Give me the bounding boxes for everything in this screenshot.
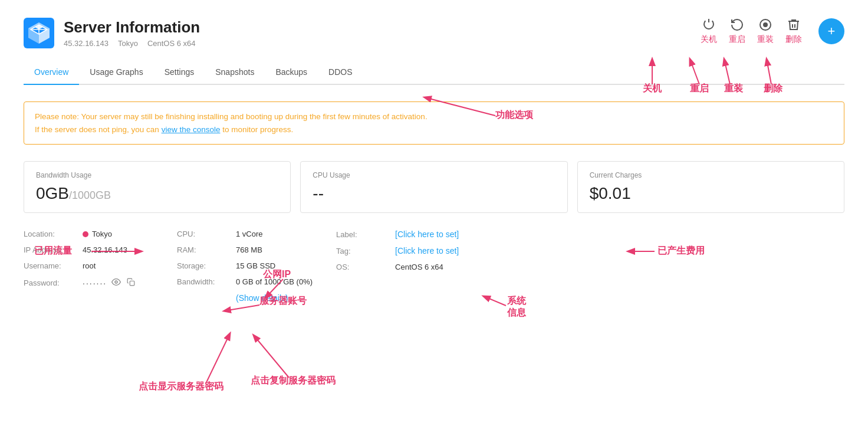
info-username-row: Username: root [24, 261, 153, 270]
show-details-link[interactable]: (Show details) [236, 293, 288, 303]
trash-icon [787, 18, 801, 32]
location-dot-icon [83, 231, 88, 237]
os-value: CentOS 6 x64 [395, 263, 443, 271]
charges-stat-value: $0.01 [590, 184, 832, 203]
shutdown-label: 关机 [701, 34, 717, 45]
server-title-block: Server Information 45.32.16.143 Tokyo Ce… [64, 18, 200, 48]
tab-overview[interactable]: Overview [24, 60, 79, 85]
copy-password-button[interactable] [126, 278, 136, 288]
tab-settings[interactable]: Settings [154, 60, 205, 85]
info-label-row: Label: [Click here to set] [336, 230, 466, 239]
restart-label: 重启 [729, 34, 745, 45]
show-password-button[interactable] [110, 277, 122, 289]
info-os-row: OS: CentOS 6 x64 [336, 263, 466, 271]
restart-icon [730, 18, 744, 32]
tab-usage-graphs[interactable]: Usage Graphs [79, 60, 153, 85]
show-password-annotation-label: 点击显示服务器密码 [139, 381, 223, 391]
bandwidth-stat-card: Bandwidth Usage 0GB/1000GB [24, 161, 291, 213]
reinstall-icon [758, 18, 772, 32]
ram-key: RAM: [177, 245, 236, 254]
reinstall-button[interactable] [758, 18, 772, 32]
notice-text-1: Please note: Your server may still be fi… [35, 112, 428, 121]
ip-value: 45.32.16.143 [83, 245, 127, 254]
shutdown-button[interactable] [702, 18, 716, 32]
tab-ddos[interactable]: DDOS [318, 60, 363, 85]
system-info-annotation-label-2: 信息 [507, 307, 527, 317]
info-grid: Location: Tokyo IP Address: 45.32.16.143… [24, 230, 844, 303]
notice-text-2: If the server does not ping, you can [35, 125, 162, 134]
server-account-annotation-arrow [224, 305, 259, 311]
info-ip-row: IP Address: 45.32.16.143 [24, 245, 153, 254]
password-dots: ······· [83, 278, 107, 288]
username-key: Username: [24, 261, 83, 270]
location-value: Tokyo [83, 230, 112, 238]
server-location: Tokyo [118, 39, 138, 48]
notice-text-3: to monitor progress. [220, 125, 293, 134]
add-icon: + [828, 24, 836, 39]
info-show-details-row: (Show details) [177, 293, 313, 303]
tag-value[interactable]: [Click here to set] [395, 246, 459, 255]
show-password-annotation-arrow [206, 333, 230, 382]
ram-value: 768 MB [236, 245, 262, 254]
bandwidth-stat-value: 0GB/1000GB [36, 184, 278, 203]
power-icon [702, 18, 716, 32]
nav-tabs: Overview Usage Graphs Settings Snapshots… [24, 60, 844, 85]
cpu-stat-label: CPU Usage [313, 171, 555, 179]
header: Server Information 45.32.16.143 Tokyo Ce… [24, 18, 844, 48]
info-storage-row: Storage: 15 GB SSD [177, 261, 313, 270]
svg-rect-6 [130, 281, 134, 286]
view-console-link[interactable]: view the console [162, 125, 221, 134]
copy-icon [127, 278, 135, 286]
info-location-row: Location: Tokyo [24, 230, 153, 238]
info-column-2: CPU: 1 vCore RAM: 768 MB Storage: 15 GB … [177, 230, 313, 303]
storage-key: Storage: [177, 261, 236, 270]
info-bandwidth-row: Bandwidth: 0 GB of 1000 GB (0%) [177, 277, 313, 286]
location-key: Location: [24, 230, 83, 238]
password-value: ······· [83, 277, 136, 289]
server-id: 45.32.16.143 [64, 39, 108, 48]
ip-key: IP Address: [24, 245, 83, 254]
charges-stat-card: Current Charges $0.01 [577, 161, 844, 213]
label-key: Label: [336, 230, 395, 239]
server-logo-icon [24, 18, 54, 48]
os-key: OS: [336, 263, 395, 271]
info-tag-row: Tag: [Click here to set] [336, 246, 466, 255]
info-column-3: Label: [Click here to set] Tag: [Click h… [336, 230, 466, 303]
username-value: root [83, 261, 96, 270]
tab-snapshots[interactable]: Snapshots [205, 60, 265, 85]
svg-point-3 [763, 22, 768, 27]
cpu-value: 1 vCore [236, 230, 263, 238]
tag-key: Tag: [336, 247, 395, 255]
action-icons: 关机 重启 重装 [701, 18, 844, 45]
storage-value: 15 GB SSD [236, 261, 275, 270]
copy-password-annotation-label: 点击复制服务器密码 [251, 375, 336, 385]
bandwidth-key: Bandwidth: [177, 277, 236, 286]
tab-backups[interactable]: Backups [265, 60, 318, 85]
cpu-key: CPU: [177, 230, 236, 238]
add-button[interactable]: + [818, 18, 844, 44]
page-title: Server Information [64, 18, 200, 37]
header-left: Server Information 45.32.16.143 Tokyo Ce… [24, 18, 200, 48]
cpu-stat-value: -- [313, 184, 555, 203]
password-key: Password: [24, 278, 83, 287]
delete-label: 删除 [785, 34, 802, 45]
label-value[interactable]: [Click here to set] [395, 230, 459, 239]
svg-point-5 [115, 281, 117, 283]
stats-row: Bandwidth Usage 0GB/1000GB CPU Usage -- … [24, 161, 844, 213]
info-password-row: Password: ······· [24, 277, 153, 289]
cpu-stat-card: CPU Usage -- [300, 161, 567, 213]
bandwidth-value: 0 GB of 1000 GB (0%) [236, 277, 313, 286]
notice-box: Please note: Your server may still be fi… [24, 101, 844, 145]
bandwidth-stat-label: Bandwidth Usage [36, 171, 278, 179]
info-ram-row: RAM: 768 MB [177, 245, 313, 254]
restart-button[interactable] [730, 18, 744, 32]
reinstall-label: 重装 [757, 34, 774, 45]
eye-icon [111, 277, 121, 287]
delete-button[interactable] [787, 18, 801, 32]
info-cpu-row: CPU: 1 vCore [177, 230, 313, 238]
charges-stat-label: Current Charges [590, 171, 832, 179]
server-os: CentOS 6 x64 [147, 39, 196, 48]
info-column-1: Location: Tokyo IP Address: 45.32.16.143… [24, 230, 153, 303]
copy-password-annotation-arrow [254, 335, 289, 378]
